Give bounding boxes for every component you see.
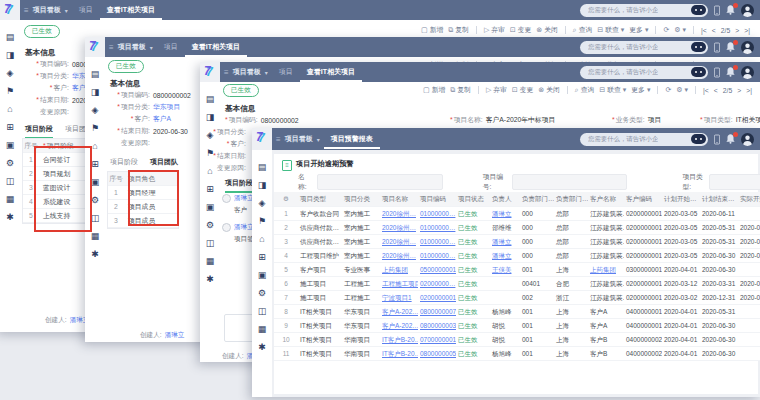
- cell-link[interactable]: 上药集团: [588, 263, 624, 276]
- header-tab[interactable]: 查看IT相关项目: [300, 62, 362, 82]
- toolbar-more[interactable]: 更多▾: [629, 25, 648, 35]
- name-filter-input[interactable]: [317, 174, 443, 190]
- card-icon[interactable]: ◨: [6, 50, 15, 60]
- table-row[interactable]: 4系统建设: [23, 195, 93, 209]
- pager-first[interactable]: |<: [701, 27, 707, 34]
- toolbar-add[interactable]: ▢新增: [421, 25, 443, 35]
- table-row[interactable]: 1客户收款合同室内施工2020徐州…01000000…已生效潘琳立000总部江苏…: [274, 207, 760, 221]
- folder-icon[interactable]: ▤: [258, 162, 267, 172]
- cell-link[interactable]: 0800000003: [418, 319, 456, 332]
- chevron-down-icon[interactable]: ▾: [317, 136, 320, 143]
- calendar-icon[interactable]: ▦: [206, 256, 215, 266]
- nav-title[interactable]: 项目看板: [285, 134, 313, 144]
- pager-first[interactable]: |<: [703, 87, 709, 94]
- column-header[interactable]: 客户编码: [624, 192, 662, 206]
- pager-prev[interactable]: <: [712, 27, 716, 34]
- phone-icon[interactable]: [714, 67, 720, 78]
- bell-icon[interactable]: [726, 5, 735, 15]
- cell-link[interactable]: 0500000001: [418, 263, 456, 276]
- header-tab[interactable]: 项目: [72, 0, 100, 20]
- table-row[interactable]: 5客户项目专业医事上药集团0500000001已生效王侠美001上海上药集团03…: [274, 263, 760, 277]
- calendar-icon[interactable]: ▦: [6, 194, 15, 204]
- table-row[interactable]: 2项目规划: [23, 167, 93, 181]
- table-row[interactable]: 9IT相关项目华东项目客户A-202…0800000003已生效胡悦001上海客…: [274, 319, 760, 333]
- gear-icon[interactable]: ⚙: [258, 288, 266, 298]
- column-header[interactable]: 实际开始时间: [738, 192, 760, 206]
- toolbar-add[interactable]: ▢新增: [423, 85, 445, 95]
- creator-value[interactable]: 潘琳立: [165, 331, 185, 338]
- doc-icon[interactable]: ▣: [6, 140, 15, 150]
- table-row[interactable]: 2项目成员: [108, 200, 178, 214]
- assistant-search-pill[interactable]: 您需要什么，请告诉小企: [580, 66, 708, 79]
- table-row[interactable]: 4工程项目维护室内施工2020徐州…01000000…已生效潘琳立000总部江苏…: [274, 249, 760, 263]
- app-logo[interactable]: 77: [85, 37, 105, 57]
- cell-link[interactable]: 0200000001: [418, 291, 456, 304]
- sub-tab[interactable]: 项目阶段: [25, 124, 53, 139]
- toolbar-linked-query[interactable]: ⊟联查▾: [597, 25, 624, 35]
- toolbar-copy[interactable]: ⧉复制: [448, 25, 469, 35]
- toolbar-settings[interactable]: ⚙▾: [676, 86, 688, 94]
- cell-link[interactable]: 潘琳立: [490, 235, 520, 248]
- flag-icon[interactable]: ⚑: [91, 123, 99, 133]
- chevron-down-icon[interactable]: ▾: [65, 7, 68, 14]
- pager-last[interactable]: >|: [746, 87, 752, 94]
- assistant-search-pill[interactable]: 您需要什么，请告诉小企: [580, 4, 708, 17]
- cell-link[interactable]: 宁波项目1: [380, 291, 418, 304]
- robot-assistant-icon[interactable]: [691, 42, 706, 52]
- nav-title[interactable]: 项目看板: [233, 67, 261, 77]
- cell-link[interactable]: 0700000001: [418, 333, 456, 346]
- cell-link[interactable]: IT客户B-20…: [380, 347, 418, 360]
- cell-link[interactable]: 2020徐州…: [380, 235, 418, 248]
- cell-link[interactable]: IT客户B-20…: [380, 333, 418, 346]
- cell-link[interactable]: 潘琳立: [490, 249, 520, 262]
- project-code-filter-input[interactable]: [512, 174, 627, 190]
- nav-title[interactable]: 项目看板: [118, 42, 146, 52]
- bell-icon[interactable]: [726, 134, 735, 144]
- grid-icon[interactable]: ⊞: [91, 159, 99, 169]
- toolbar-refresh[interactable]: ⟳: [663, 26, 669, 34]
- column-header[interactable]: 项目编码: [418, 192, 456, 206]
- sub-tab[interactable]: 项目阶段: [110, 157, 138, 172]
- column-header[interactable]: 项目分类: [342, 192, 380, 206]
- avatar[interactable]: [741, 133, 754, 146]
- flag-icon[interactable]: ⚑: [6, 86, 14, 96]
- tools-icon[interactable]: ✱: [206, 274, 214, 284]
- toolbar-close[interactable]: ⊗关闭: [536, 25, 557, 35]
- cell-link[interactable]: 01000000…: [418, 235, 456, 248]
- pager-next[interactable]: >: [737, 87, 741, 94]
- folder-icon[interactable]: ▤: [206, 94, 215, 104]
- chevron-down-icon[interactable]: ▾: [265, 69, 268, 76]
- column-header[interactable]: 负责部门…: [554, 192, 588, 206]
- toolbar-query[interactable]: ⌕查询: [575, 85, 595, 95]
- grid-icon[interactable]: ⊞: [258, 252, 266, 262]
- cell-link[interactable]: 0800000005: [418, 347, 456, 360]
- tools-icon[interactable]: ✱: [6, 212, 14, 222]
- column-header[interactable]: 负责人: [490, 192, 520, 206]
- hamburger-icon[interactable]: ≡: [24, 6, 29, 15]
- feed-user[interactable]: 潘琳立: [234, 223, 254, 232]
- assistant-search-pill[interactable]: 您需要什么，请告诉小企: [580, 41, 708, 54]
- toolbar-close[interactable]: ⊗关闭: [538, 85, 559, 95]
- cell-link[interactable]: 02000000…: [418, 277, 456, 290]
- calendar-icon[interactable]: ▦: [258, 324, 267, 334]
- chart-icon[interactable]: ◫: [206, 238, 215, 248]
- project-type-filter-input[interactable]: [709, 174, 760, 190]
- cell-link[interactable]: 0800000007: [418, 305, 456, 318]
- toolbar-more[interactable]: 更多▾: [631, 85, 650, 95]
- table-row[interactable]: 8IT相关项目华东项目客户A-202…0800000007已生效杨旭峰001上海…: [274, 305, 760, 319]
- phone-icon[interactable]: [714, 5, 720, 16]
- header-tab[interactable]: 项目预警报表: [324, 129, 380, 149]
- table-row[interactable]: 10IT相关项目华南项目IT客户B-20…0700000001已生效胡悦001上…: [274, 333, 760, 347]
- toolbar-change[interactable]: ⊡变更: [512, 85, 533, 95]
- cell-link[interactable]: 01000000…: [418, 207, 456, 220]
- pager-prev[interactable]: <: [714, 87, 718, 94]
- header-tab[interactable]: 项目: [272, 62, 300, 82]
- pager-last[interactable]: >|: [744, 27, 750, 34]
- gem-icon[interactable]: ◈: [92, 105, 99, 115]
- grid-icon[interactable]: ⊞: [206, 184, 214, 194]
- table-row[interactable]: 1合同签订: [23, 153, 93, 167]
- assistant-search-pill[interactable]: 您需要什么，请告诉小企: [580, 133, 708, 146]
- app-logo[interactable]: 77: [200, 62, 220, 82]
- table-row[interactable]: 2供应商付款…室内施工2020徐州…01000000…已生效邵维维000总部江苏…: [274, 221, 760, 235]
- column-header[interactable]: 负责部门…: [520, 192, 554, 206]
